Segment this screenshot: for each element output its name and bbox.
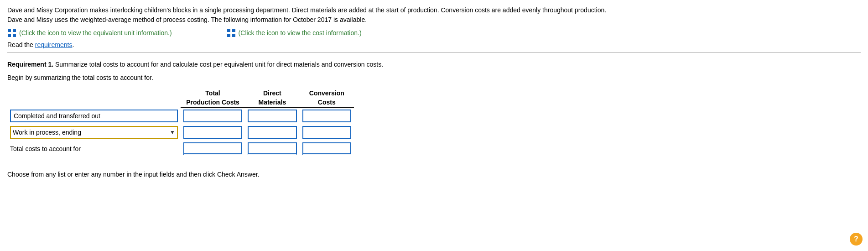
empty-subheader (7, 98, 181, 107)
row3-col1-cell (181, 141, 245, 157)
svg-rect-7 (232, 34, 235, 37)
requirements-link[interactable]: requirements (35, 41, 73, 48)
row2-col3-input[interactable] (302, 126, 351, 139)
intro-paragraph: Dave and Missy Corporation makes interlo… (7, 5, 861, 25)
row2-dropdown-wrapper: Work in process, ending Work in process,… (10, 126, 178, 139)
row2-col3-cell (300, 124, 354, 141)
grid-icon-1 (7, 28, 16, 37)
read-requirements-line: Read the requirements. (7, 41, 861, 48)
table-row-2: Work in process, ending Work in process,… (7, 124, 354, 141)
cost-info-link[interactable]: (Click the icon to view the cost informa… (227, 28, 362, 37)
read-prefix: Read the (7, 41, 35, 48)
equivalent-unit-link[interactable]: (Click the icon to view the equivalent u… (7, 28, 172, 37)
row3-col2-input[interactable] (248, 142, 296, 155)
row2-dropdown[interactable]: Work in process, ending Work in process,… (11, 127, 168, 138)
section-divider (7, 52, 861, 52)
row2-col2-input[interactable] (248, 126, 296, 139)
requirement-rest: Summarize total costs to account for and… (53, 61, 383, 68)
row3-label: Total costs to account for (10, 145, 81, 152)
read-suffix: . (72, 41, 74, 48)
row1-label-input[interactable] (10, 110, 178, 122)
empty-header (7, 89, 181, 98)
row1-col1-cell (181, 107, 245, 124)
row3-col2-cell (245, 141, 299, 157)
row1-col3-input[interactable] (302, 110, 351, 122)
col2-header: Direct (245, 89, 299, 98)
col1-subheader: Production Costs (181, 98, 245, 107)
table-row-3: Total costs to account for (7, 141, 354, 157)
svg-rect-5 (232, 29, 235, 32)
requirement-subtitle: Begin by summarizing the total costs to … (7, 74, 861, 81)
grid-icon-2 (227, 28, 236, 37)
table-row-1 (7, 107, 354, 124)
row2-col1-input[interactable] (183, 126, 242, 139)
equivalent-unit-link-label: (Click the icon to view the equivalent u… (19, 29, 172, 37)
col3-subheader: Costs (300, 98, 354, 107)
row1-col1-input[interactable] (183, 110, 242, 122)
row1-label-cell (7, 107, 181, 124)
requirement-title: Requirement 1. Summarize total costs to … (7, 60, 861, 69)
row1-col3-cell (300, 107, 354, 124)
row2-col1-cell (181, 124, 245, 141)
cost-info-link-label: (Click the icon to view the cost informa… (239, 29, 362, 37)
requirement-bold: Requirement 1. (7, 61, 53, 68)
svg-rect-1 (13, 29, 16, 32)
row3-col3-input[interactable] (302, 142, 351, 155)
col2-subheader: Materials (245, 98, 299, 107)
col1-header: Total (181, 89, 245, 98)
icon-links-row: (Click the icon to view the equivalent u… (7, 28, 861, 37)
row2-label-cell: Work in process, ending Work in process,… (7, 124, 181, 141)
svg-rect-0 (8, 29, 11, 32)
row3-label-cell: Total costs to account for (7, 141, 181, 157)
dropdown-arrow-icon: ▼ (168, 129, 177, 136)
svg-rect-6 (227, 34, 230, 37)
cost-table-wrapper: Total Direct Conversion Production Costs… (7, 89, 861, 157)
row3-col3-cell (300, 141, 354, 157)
bottom-note: Choose from any list or enter any number… (7, 171, 861, 178)
cost-table: Total Direct Conversion Production Costs… (7, 89, 354, 157)
table-header-row-1: Total Direct Conversion (7, 89, 354, 98)
row2-col2-cell (245, 124, 299, 141)
intro-line1: Dave and Missy Corporation makes interlo… (7, 6, 606, 14)
col3-header: Conversion (300, 89, 354, 98)
row1-col2-input[interactable] (248, 110, 296, 122)
requirement-section: Requirement 1. Summarize total costs to … (7, 60, 861, 157)
intro-line2: Dave and Missy uses the weighted-average… (7, 16, 367, 23)
svg-rect-2 (8, 34, 11, 37)
svg-rect-4 (227, 29, 230, 32)
row3-col1-input[interactable] (183, 142, 242, 155)
row1-col2-cell (245, 107, 299, 124)
svg-rect-3 (13, 34, 16, 37)
table-header-row-2: Production Costs Materials Costs (7, 98, 354, 107)
